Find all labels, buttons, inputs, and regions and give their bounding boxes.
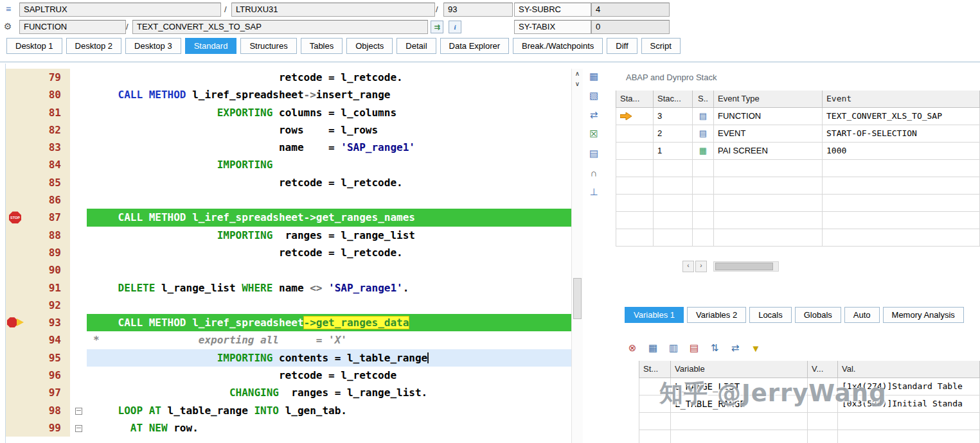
- line-number[interactable]: 96: [25, 367, 70, 384]
- transfer-table-icon[interactable]: ⇉: [431, 21, 443, 33]
- code-text[interactable]: AT NEW row.: [87, 419, 571, 437]
- fold-toggle-icon[interactable]: [75, 425, 82, 432]
- stack-horizontal-scrollbar[interactable]: ‹ ›: [682, 261, 779, 272]
- line-number[interactable]: 86: [25, 191, 70, 209]
- scroll-up-icon[interactable]: ∧: [572, 69, 583, 79]
- tab-diff[interactable]: Diff: [607, 38, 637, 54]
- object-type-field[interactable]: FUNCTION: [19, 20, 126, 34]
- breakpoint-stop-icon[interactable]: STOP: [9, 211, 21, 223]
- code-line-96[interactable]: 96 retcode = l_retcode: [6, 367, 571, 384]
- tab-detail[interactable]: Detail: [396, 38, 436, 54]
- code-line-80[interactable]: 80 CALL METHOD l_iref_spreadsheet->inser…: [6, 86, 571, 103]
- stack-row[interactable]: 2▤EVENTSTART-OF-SELECTION: [616, 125, 980, 143]
- line-number[interactable]: 95: [25, 349, 70, 367]
- code-line-84[interactable]: 84 IMPORTING: [6, 156, 571, 173]
- tab-script[interactable]: Script: [641, 38, 681, 54]
- code-line-83[interactable]: 83 name = 'SAP_range1': [6, 139, 571, 156]
- info-icon[interactable]: i: [449, 21, 461, 33]
- code-line-94[interactable]: 94* exporting all = 'X': [6, 331, 571, 349]
- table-settings-icon[interactable]: ▦: [646, 342, 659, 354]
- code-text[interactable]: CALL METHOD l_iref_spreadsheet->get_rang…: [87, 314, 571, 331]
- line-number[interactable]: 89: [25, 244, 70, 261]
- code-text[interactable]: retcode = l_retcode.: [87, 174, 571, 191]
- object-name-field[interactable]: TEXT_CONVERT_XLS_TO_SAP: [132, 20, 428, 34]
- code-line-86[interactable]: 86: [6, 191, 571, 209]
- main-program-field[interactable]: SAPLTRUX: [19, 3, 221, 17]
- stack-row[interactable]: 1▦PAI SCREEN1000: [616, 143, 980, 160]
- line-number[interactable]: 83: [25, 139, 70, 156]
- variables-column-header[interactable]: Variable: [671, 361, 808, 378]
- stack-column-header[interactable]: Event: [823, 91, 980, 108]
- code-text[interactable]: CHANGING ranges = l_range_list.: [87, 384, 571, 401]
- code-text[interactable]: [87, 297, 571, 314]
- line-number[interactable]: 92: [25, 297, 70, 314]
- code-text[interactable]: [87, 261, 571, 279]
- table-copy-icon[interactable]: ▥: [667, 342, 680, 354]
- line-number-field[interactable]: 93: [443, 3, 513, 17]
- stack-column-header[interactable]: S..: [693, 91, 714, 108]
- tab-data-explorer[interactable]: Data Explorer: [440, 38, 509, 54]
- line-number[interactable]: 91: [25, 279, 70, 297]
- hierarchy-icon[interactable]: ⊥: [587, 186, 600, 198]
- code-text[interactable]: retcode = l_retcode.: [87, 244, 571, 261]
- scrollbar-thumb[interactable]: [573, 278, 582, 319]
- code-line-85[interactable]: 85 retcode = l_retcode.: [6, 174, 571, 191]
- line-number[interactable]: 93: [25, 314, 70, 331]
- code-text[interactable]: CALL METHOD l_iref_spreadsheet->get_rang…: [87, 209, 571, 226]
- column-split-icon[interactable]: ⇅: [708, 342, 721, 354]
- code-line-81[interactable]: 81 EXPORTING columns = l_columns: [6, 104, 571, 121]
- filter-icon[interactable]: ▼: [749, 342, 762, 354]
- line-number[interactable]: 79: [25, 69, 70, 86]
- code-line-89[interactable]: 89 retcode = l_retcode.: [6, 244, 571, 261]
- stack-column-header[interactable]: Event Type: [714, 91, 823, 108]
- fold-cell[interactable]: [70, 419, 87, 437]
- line-number[interactable]: 82: [25, 121, 70, 139]
- code-line-97[interactable]: 97 CHANGING ranges = l_range_list.: [6, 384, 571, 401]
- code-text[interactable]: IMPORTING contents = l_table_range: [87, 349, 571, 367]
- line-number[interactable]: 98: [25, 402, 70, 419]
- code-line-87[interactable]: STOP87 CALL METHOD l_iref_spreadsheet->g…: [6, 209, 571, 226]
- scrollbar-track[interactable]: [713, 261, 779, 272]
- tab-structures[interactable]: Structures: [240, 38, 296, 54]
- fold-cell[interactable]: [70, 402, 87, 419]
- line-number[interactable]: 97: [25, 384, 70, 401]
- code-line-98[interactable]: 98 LOOP AT l_table_range INTO l_gen_tab.: [6, 402, 571, 419]
- line-number[interactable]: 87: [25, 209, 70, 226]
- tab-break-watchpoints[interactable]: Break./Watchpoints: [513, 38, 603, 54]
- code-line-93[interactable]: 93 CALL METHOD l_iref_spreadsheet->get_r…: [6, 314, 571, 331]
- code-text[interactable]: [87, 191, 571, 209]
- code-text[interactable]: retcode = l_retcode.: [87, 69, 571, 86]
- code-line-92[interactable]: 92: [6, 297, 571, 314]
- code-text[interactable]: CALL METHOD l_iref_spreadsheet->insert_r…: [87, 86, 571, 103]
- gear-icon[interactable]: ⚙: [2, 21, 13, 32]
- code-text[interactable]: LOOP AT l_table_range INTO l_gen_tab.: [87, 402, 571, 419]
- line-number[interactable]: 99: [25, 419, 70, 437]
- code-line-79[interactable]: 79 retcode = l_retcode.: [6, 69, 571, 86]
- delete-variables-icon[interactable]: ⊗: [626, 342, 639, 354]
- tab-desktop-1[interactable]: Desktop 1: [6, 38, 62, 54]
- line-number[interactable]: 94: [25, 331, 70, 349]
- scroll-down-icon[interactable]: ∨: [572, 79, 583, 89]
- code-text[interactable]: name = 'SAP_range1': [87, 139, 571, 156]
- code-text[interactable]: * exporting all = 'X': [87, 331, 571, 349]
- line-number[interactable]: 80: [25, 86, 70, 103]
- scrollbar-thumb[interactable]: [715, 263, 773, 270]
- spreadsheet-icon[interactable]: ☒: [587, 128, 600, 141]
- tab-tables[interactable]: Tables: [301, 38, 343, 54]
- tab-desktop-3[interactable]: Desktop 3: [125, 38, 181, 54]
- code-line-91[interactable]: 91 DELETE l_range_list WHERE name <> 'SA…: [6, 279, 571, 297]
- create-entry-icon[interactable]: ▧: [587, 89, 600, 102]
- tab-objects[interactable]: Objects: [346, 38, 393, 54]
- line-number[interactable]: 88: [25, 227, 70, 244]
- code-text[interactable]: DELETE l_range_list WHERE name <> 'SAP_r…: [87, 279, 571, 297]
- tab-memory-analysis[interactable]: Memory Analysis: [883, 307, 964, 323]
- code-line-82[interactable]: 82 rows = l_rows: [6, 121, 571, 139]
- include-field[interactable]: LTRUXU31: [231, 3, 435, 17]
- tab-locals[interactable]: Locals: [749, 307, 792, 323]
- stack-row[interactable]: 3▤FUNCTIONTEXT_CONVERT_XLS_TO_SAP: [616, 108, 980, 125]
- line-number[interactable]: 90: [25, 261, 70, 279]
- code-text[interactable]: retcode = l_retcode: [87, 367, 571, 384]
- scroll-right-icon[interactable]: ›: [695, 261, 707, 272]
- line-number[interactable]: 81: [25, 104, 70, 121]
- headset-icon[interactable]: ∩: [587, 166, 600, 179]
